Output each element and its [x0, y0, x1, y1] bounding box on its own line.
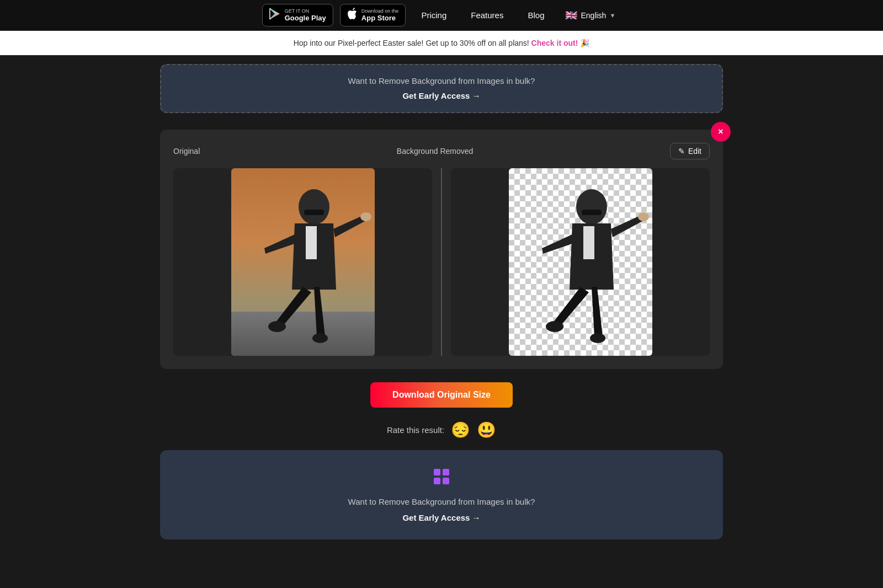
- sad-rating-button[interactable]: 😔: [451, 421, 470, 439]
- removed-image: [509, 168, 652, 356]
- divider: [441, 168, 442, 356]
- svg-rect-8: [583, 226, 594, 259]
- early-access-top-question: Want to Remove Background from Images in…: [178, 76, 705, 85]
- happy-rating-button[interactable]: 😃: [477, 421, 496, 439]
- svg-point-0: [299, 189, 329, 224]
- background-removed-label: Background Removed: [397, 147, 474, 156]
- rate-label: Rate this result:: [387, 425, 444, 435]
- promo-banner: Hop into our Pixel-perfect Easter sale! …: [0, 31, 883, 55]
- original-label: Original: [173, 147, 200, 156]
- early-access-bottom-cta[interactable]: Get Early Access →: [402, 513, 480, 522]
- rate-section: Rate this result: 😔 😃: [160, 421, 723, 439]
- main-content: Want to Remove Background from Images in…: [138, 64, 745, 562]
- svg-point-3: [360, 212, 371, 221]
- svg-point-11: [590, 333, 605, 343]
- promo-text: Hop into our Pixel-perfect Easter sale! …: [294, 39, 529, 47]
- comparison-container: × Original Background Removed ✎ Edit: [160, 130, 723, 369]
- edit-icon: ✎: [678, 147, 685, 156]
- download-button[interactable]: Download Original Size: [370, 382, 513, 408]
- app-store-text: Download on the App Store: [361, 8, 399, 22]
- early-access-top-card: Want to Remove Background from Images in…: [160, 64, 723, 113]
- svg-rect-7: [582, 210, 602, 215]
- svg-point-5: [312, 333, 328, 343]
- language-selector[interactable]: 🇬🇧 English ▼: [560, 6, 621, 25]
- download-section: Download Original Size: [160, 382, 723, 408]
- svg-point-6: [576, 189, 607, 224]
- comparison-header: Original Background Removed ✎ Edit: [173, 143, 710, 159]
- google-play-button[interactable]: GET IT ON Google Play: [262, 4, 333, 26]
- svg-point-10: [546, 321, 563, 332]
- features-link[interactable]: Features: [462, 10, 512, 20]
- promo-cta-link[interactable]: Check it out!: [531, 39, 578, 47]
- early-access-bottom-question: Want to Remove Background from Images in…: [177, 497, 706, 506]
- flag-icon: 🇬🇧: [565, 9, 577, 22]
- early-access-bottom-card: Want to Remove Background from Images in…: [160, 450, 723, 539]
- language-label: English: [581, 11, 606, 20]
- svg-rect-1: [304, 210, 324, 215]
- removed-image-panel: [451, 168, 710, 356]
- edit-label: Edit: [688, 147, 701, 156]
- chevron-down-icon: ▼: [609, 12, 615, 19]
- navbar: GET IT ON Google Play Download on the Ap…: [0, 0, 883, 31]
- svg-point-4: [268, 321, 286, 332]
- images-row: [173, 168, 710, 356]
- nav-center: GET IT ON Google Play Download on the Ap…: [262, 4, 621, 26]
- svg-rect-15: [443, 478, 449, 484]
- svg-rect-12: [434, 469, 440, 475]
- promo-emoji: 🎉: [580, 39, 589, 47]
- removed-person-svg: [509, 168, 652, 356]
- svg-rect-14: [434, 478, 440, 484]
- original-image: [231, 168, 375, 356]
- original-person-svg: [231, 168, 375, 356]
- svg-rect-2: [306, 226, 317, 259]
- app-store-button[interactable]: Download on the App Store: [340, 4, 406, 26]
- svg-rect-13: [443, 469, 449, 475]
- google-play-text: GET IT ON Google Play: [285, 8, 326, 22]
- edit-button[interactable]: ✎ Edit: [670, 143, 710, 159]
- svg-point-9: [638, 212, 649, 221]
- original-image-panel: [173, 168, 432, 356]
- close-button[interactable]: ×: [711, 122, 731, 142]
- google-play-icon: [269, 8, 280, 23]
- blog-link[interactable]: Blog: [519, 10, 553, 20]
- pricing-link[interactable]: Pricing: [412, 10, 455, 20]
- close-icon: ×: [718, 127, 723, 137]
- apple-icon: [347, 8, 357, 23]
- comparison-wrapper: × Original Background Removed ✎ Edit: [160, 130, 723, 369]
- early-access-top-cta[interactable]: Get Early Access →: [402, 91, 480, 100]
- bulk-icon: [177, 467, 706, 490]
